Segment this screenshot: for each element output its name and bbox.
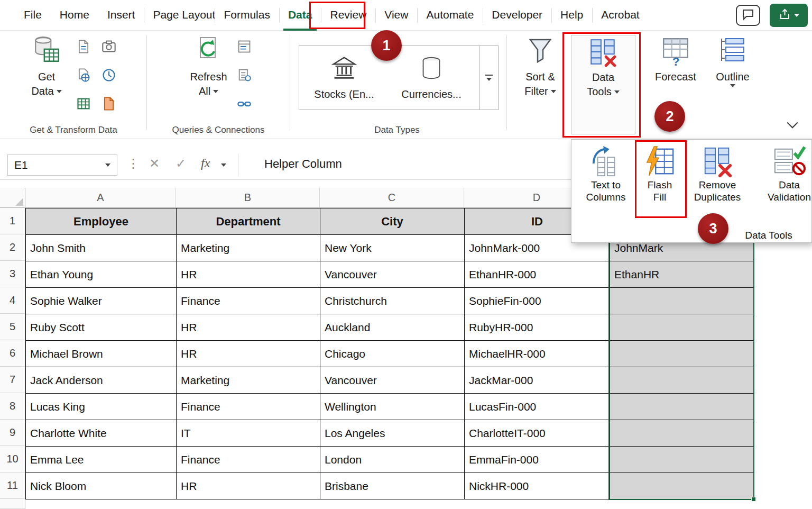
cell[interactable]: Vancouver [320, 367, 465, 394]
drag-handle-icon[interactable]: ⋮ [127, 156, 140, 171]
cell[interactable]: Chicago [320, 341, 465, 367]
cell[interactable]: Vancouver [320, 261, 465, 288]
row-header-4[interactable]: 4 [0, 287, 25, 314]
cell[interactable]: NickHR-000 [465, 473, 610, 499]
select-all-corner[interactable] [0, 188, 25, 208]
cell[interactable]: Charlotte White [26, 420, 177, 447]
cell[interactable]: Jack Anderson [26, 367, 177, 394]
cell[interactable] [610, 473, 754, 499]
cell[interactable]: Marketing [177, 367, 320, 394]
tab-data[interactable]: Data [279, 0, 321, 31]
column-header-B[interactable]: B [176, 188, 320, 207]
cell[interactable]: Finance [177, 394, 320, 420]
cell[interactable]: Los Angeles [320, 420, 465, 447]
cell[interactable]: Wellington [320, 394, 465, 420]
column-header-A[interactable]: A [25, 188, 176, 207]
tab-help[interactable]: Help [551, 0, 592, 31]
data-tools-button[interactable]: Data Tools [571, 35, 635, 134]
forecast-button[interactable]: ? Forecast [646, 35, 705, 84]
remove-duplicates-button[interactable]: Remove Duplicates [686, 144, 749, 203]
cell[interactable]: Marketing [177, 235, 320, 261]
row-header-10[interactable]: 10 [0, 446, 25, 472]
cell[interactable]: Finance [177, 288, 320, 314]
comments-button[interactable] [736, 5, 760, 26]
cell[interactable]: New York [320, 235, 465, 261]
cell[interactable]: LucasFin-000 [465, 394, 610, 420]
sort-filter-button[interactable]: Sort & Filter [514, 35, 567, 98]
from-table-icon[interactable] [74, 94, 93, 113]
queries-connections-icon[interactable] [235, 37, 254, 56]
refresh-all-button[interactable]: Refresh All [181, 35, 236, 98]
cell[interactable] [610, 314, 754, 341]
cell[interactable]: JackMar-000 [465, 367, 610, 394]
row-header-5[interactable]: 5 [0, 314, 25, 340]
cell[interactable]: Sophie Walker [26, 288, 177, 314]
outline-button[interactable]: Outline [706, 35, 759, 87]
text-to-columns-button[interactable]: Text to Columns [578, 144, 634, 203]
cell[interactable]: CharlotteIT-000 [465, 420, 610, 447]
cell[interactable]: Employee [26, 208, 177, 235]
cell[interactable] [610, 420, 754, 447]
formula-input[interactable]: Helper Column [264, 157, 342, 171]
cell[interactable]: EmmaFin-000 [465, 447, 610, 473]
from-picture-icon[interactable] [99, 37, 118, 56]
cell[interactable]: SophieFin-000 [465, 288, 610, 314]
tab-page-layout[interactable]: Page Layout [144, 0, 215, 31]
name-box[interactable]: E1 [7, 154, 117, 176]
tab-formulas[interactable]: Formulas [215, 0, 279, 31]
cell[interactable]: RubyHR-000 [465, 314, 610, 341]
cell[interactable]: Emma Lee [26, 447, 177, 473]
cell[interactable]: HR [177, 314, 320, 341]
cell[interactable]: Christchurch [320, 288, 465, 314]
insert-function-button[interactable]: fx [201, 156, 210, 170]
cell[interactable] [610, 394, 754, 420]
cell[interactable]: John Smith [26, 235, 177, 261]
cell[interactable]: Lucas King [26, 394, 177, 420]
row-header-3[interactable]: 3 [0, 261, 25, 287]
tab-acrobat[interactable]: Acrobat [592, 0, 648, 31]
gallery-more-button[interactable] [479, 46, 498, 110]
cell[interactable]: City [320, 208, 465, 235]
cell[interactable] [610, 288, 754, 314]
row-header-6[interactable]: 6 [0, 340, 25, 367]
row-header-11[interactable]: 11 [0, 472, 25, 499]
cell[interactable]: HR [177, 473, 320, 499]
row-header-1[interactable]: 1 [0, 208, 25, 234]
enter-button[interactable]: ✓ [176, 156, 186, 171]
tab-file[interactable]: File [15, 0, 51, 31]
cell[interactable]: HR [177, 261, 320, 288]
flash-fill-button[interactable]: Flash Fill [633, 144, 686, 203]
cell[interactable] [610, 341, 754, 367]
cell[interactable]: EthanHR-000 [465, 261, 610, 288]
cell[interactable]: London [320, 447, 465, 473]
workbook-links-icon[interactable] [235, 94, 254, 113]
cell[interactable] [610, 367, 754, 394]
tab-insert[interactable]: Insert [98, 0, 144, 31]
cell[interactable]: Finance [177, 447, 320, 473]
cancel-button[interactable]: ✕ [149, 156, 160, 171]
tab-view[interactable]: View [375, 0, 417, 31]
properties-icon[interactable] [235, 66, 254, 85]
from-web-icon[interactable] [74, 66, 93, 85]
from-text-csv-icon[interactable] [74, 37, 93, 56]
existing-connections-icon[interactable] [99, 94, 118, 113]
column-header-C[interactable]: C [320, 188, 464, 207]
currencies-button[interactable]: Currencies... [389, 48, 474, 101]
tab-review[interactable]: Review [321, 0, 375, 31]
cell[interactable]: Nick Bloom [26, 473, 177, 499]
row-header-8[interactable]: 8 [0, 393, 25, 420]
cell[interactable]: Brisbane [320, 473, 465, 499]
share-button[interactable] [770, 4, 808, 27]
cell[interactable]: EthanHR [610, 261, 754, 288]
tab-developer[interactable]: Developer [483, 0, 551, 31]
row-header-9[interactable]: 9 [0, 420, 25, 446]
row-header-2[interactable]: 2 [0, 234, 25, 261]
cell[interactable]: Ruby Scott [26, 314, 177, 341]
row-header-7[interactable]: 7 [0, 367, 25, 393]
cell[interactable]: Michael Brown [26, 341, 177, 367]
stocks-button[interactable]: Stocks (En... [304, 48, 384, 101]
cell[interactable]: MichaelHR-000 [465, 341, 610, 367]
tab-home[interactable]: Home [51, 0, 98, 31]
cell[interactable] [610, 447, 754, 473]
tab-automate[interactable]: Automate [417, 0, 483, 31]
